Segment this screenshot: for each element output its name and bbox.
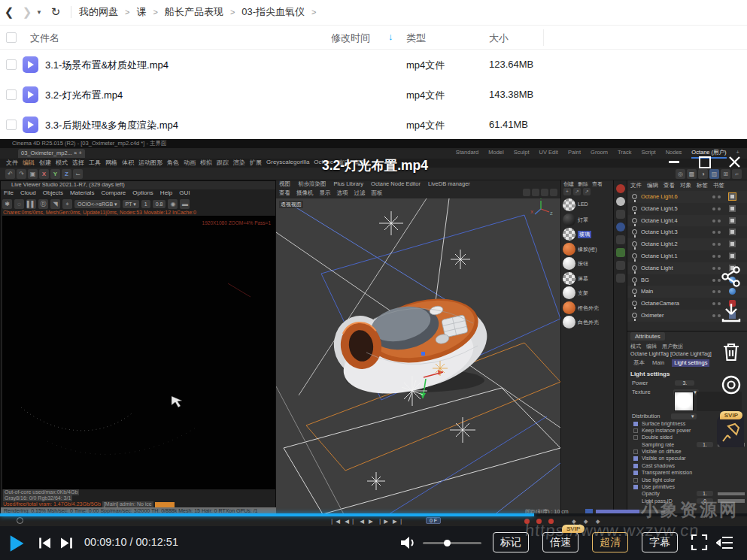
file-name[interactable]: 3.1-场景布置&材质处理.mp4 (45, 59, 169, 72)
object-name: Octane Light.4 (641, 217, 678, 224)
video-progress-bar[interactable] (0, 513, 747, 516)
volume-icon (399, 535, 417, 550)
viewport-menu-item: 初步渲染图 (298, 180, 326, 188)
share-button[interactable] (720, 265, 742, 288)
viewport-menu-item: 查看 (279, 189, 290, 197)
object-name: Octane Light.5 (641, 205, 678, 212)
trash-icon (720, 341, 742, 363)
setting-checkbox (633, 485, 638, 489)
file-name[interactable]: 3.3-后期处理&多角度渲染.mp4 (45, 119, 178, 132)
column-filename[interactable]: 文件名 (30, 32, 59, 45)
picker-icon: ⌖ (62, 199, 72, 209)
setting-row: Transparent emission (627, 470, 747, 477)
close-button[interactable] (727, 154, 742, 170)
visibility-dots (712, 207, 721, 210)
live-viewer-menu-item: Help (160, 189, 172, 196)
buffer-stat: Gray8/16: 0/0 Rgb32/64: 3/1 (3, 495, 72, 501)
object-item: Octane Light.3 (627, 226, 747, 238)
table-row[interactable]: 3.2-灯光布置.mp4 mp4文件 143.38MB (0, 80, 747, 110)
light-object-icon (632, 206, 637, 211)
back-icon[interactable]: ❮ (0, 5, 18, 19)
setting-value: 1. (697, 442, 713, 447)
previous-button[interactable] (38, 537, 53, 552)
volume-button[interactable] (399, 535, 417, 553)
c4d-menu-item: 工具 (89, 159, 101, 168)
setting-label: Use primitives (642, 484, 675, 489)
maximize-view-icon (550, 189, 557, 196)
sort-descending-icon[interactable]: ↓ (388, 31, 393, 42)
light-settings-header: Light settings (630, 371, 670, 377)
viewport-menu-item: 过滤 (354, 189, 366, 197)
breadcrumb-item[interactable]: 03-指尖血氧仪> (241, 5, 316, 19)
viewport-menu-item: 摄像机 (296, 189, 314, 197)
speed-button[interactable]: 倍速 (542, 532, 578, 552)
live-viewer-menu: FileCloudObjectsMaterialsCompareOptionsH… (4, 189, 190, 196)
table-row[interactable]: 3.3-后期处理&多角度渲染.mp4 mp4文件 61.41MB (0, 110, 747, 140)
viewport-menu-item: LiveDB manager (428, 180, 470, 188)
setting-value: 0 (697, 498, 713, 504)
c4d-menu-item: Greyscalegorilla (266, 159, 309, 168)
video-content[interactable]: Cinema 4D R25.015 (R2) - [03_Oximeter_mp… (0, 139, 747, 526)
setting-row: Light pass ID 0 (627, 498, 747, 504)
material-name: 屏幕 (578, 275, 588, 283)
column-size[interactable]: 大小 (489, 32, 509, 45)
row-checkbox[interactable] (6, 89, 17, 100)
svg-text:X: X (530, 210, 533, 214)
breadcrumb-item[interactable]: 课> (136, 5, 157, 19)
material-item: 按钮 (562, 256, 613, 271)
breadcrumb-item[interactable]: 船长产品表现> (165, 5, 235, 19)
object-tag-icon (729, 205, 736, 212)
share-icon (720, 265, 742, 288)
setting-checkbox (633, 478, 638, 483)
settings-icon: ✱ (2, 199, 12, 209)
playlist-button[interactable] (716, 535, 734, 553)
c4d-menu-item: 动画 (184, 159, 196, 168)
volume-knob[interactable] (444, 540, 451, 546)
object-menu-item: 文件 (630, 182, 642, 189)
row-checkbox[interactable] (6, 59, 17, 70)
text-tool-icon (616, 235, 625, 244)
video-file-icon (23, 86, 38, 103)
refresh-icon[interactable]: ↻ (47, 5, 65, 19)
live-viewer-menu-item: GUI (179, 189, 190, 196)
pin-button[interactable]: SVIP (717, 416, 744, 447)
column-type[interactable]: 类型 (406, 32, 426, 45)
viewport-icons (523, 189, 557, 196)
region-icon: ◌ (14, 199, 24, 209)
play-button[interactable] (8, 534, 26, 556)
setting-checkbox (633, 428, 638, 433)
select-all-checkbox[interactable] (6, 32, 17, 43)
minimize-button[interactable] (667, 154, 682, 170)
distribution-dropdown: ▾ (671, 413, 697, 419)
volume-slider[interactable] (423, 542, 481, 544)
object-name: Octane Light.1 (641, 253, 678, 259)
subtitle-button[interactable]: 字幕 (642, 532, 678, 552)
quality-button[interactable]: 超清 (592, 532, 628, 552)
maximize-button[interactable] (697, 154, 712, 170)
forward-icon[interactable]: ❯ (18, 5, 36, 19)
record-gif-button[interactable] (720, 374, 742, 396)
fullscreen-button[interactable] (691, 534, 708, 554)
row-checkbox[interactable] (6, 120, 17, 130)
download-button[interactable] (720, 301, 742, 324)
column-modified[interactable]: 修改时间 (331, 32, 370, 45)
material-sphere-icon (563, 301, 575, 314)
mark-button[interactable]: 标记 (493, 532, 529, 552)
visibility-dots (712, 255, 721, 258)
file-name[interactable]: 3.2-灯光布置.mp4 (45, 89, 123, 102)
play-icon (8, 534, 26, 553)
next-button[interactable] (59, 537, 74, 552)
setting-label: Sampling rate (642, 442, 674, 447)
file-browser: ❮ ❯ ▼ ↻ 我的网盘>课>船长产品表现>03-指尖血氧仪> 文件名 修改时间… (0, 0, 747, 140)
breadcrumb-item[interactable]: 我的网盘> (79, 5, 129, 19)
object-menu: 文件编辑查看对象标签书签 (630, 182, 724, 189)
object-name: OctaneCamera (641, 300, 679, 307)
coords-icon: ⌙ (73, 169, 83, 179)
material-name: 支架 (578, 289, 588, 297)
table-row[interactable]: 3.1-场景布置&材质处理.mp4 mp4文件 123.64MB (0, 50, 747, 80)
time-display: 00:09:10 / 00:12:51 (84, 536, 178, 548)
history-caret-icon[interactable]: ▼ (36, 9, 47, 16)
download-icon (720, 301, 742, 324)
live-viewer-toolbar: ✱◌▌▌Ⓡ◥⌖ OCIO<->sRGB ▾ PT ▾ 1 0.8 ◉▬ (2, 198, 275, 210)
delete-button[interactable] (720, 341, 742, 363)
